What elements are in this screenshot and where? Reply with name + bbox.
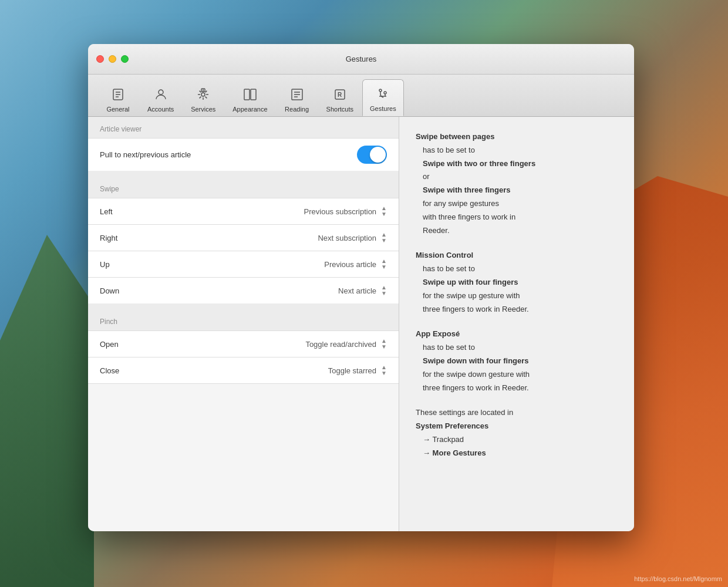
pinch-close-row: Close Toggle starred ▲ ▼	[88, 357, 399, 384]
tab-appearance[interactable]: Appearance	[225, 80, 275, 116]
svg-rect-8	[251, 89, 256, 100]
swipe-line-5: for any swipe gestures	[416, 198, 618, 210]
swipe-between-pages-title: Swipe between pages	[416, 131, 618, 143]
swipe-line-6: with three fingers to work in	[416, 211, 618, 224]
swipe-left-row: Left Previous subscription ▲ ▼	[88, 198, 399, 225]
content-area: Article viewer Pull to next/previous art…	[88, 117, 634, 531]
swipe-right-row: Right Next subscription ▲ ▼	[88, 224, 399, 251]
pull-toggle[interactable]	[357, 146, 387, 164]
right-panel: Swipe between pages has to be set to Swi…	[399, 117, 634, 531]
tab-gestures-label: Gestures	[370, 105, 396, 112]
svg-point-15	[379, 89, 382, 92]
open-arrows: ▲ ▼	[381, 338, 387, 350]
svg-point-16	[384, 92, 386, 94]
tab-reading[interactable]: Reading	[277, 80, 318, 116]
settings-line-4: → More Gestures	[416, 447, 618, 460]
close-action: Toggle starred	[328, 366, 376, 375]
mission-line-1: has to be set to	[416, 263, 618, 275]
tab-general-label: General	[106, 106, 129, 113]
left-arrows: ▲ ▼	[381, 205, 387, 217]
tab-accounts-label: Accounts	[147, 106, 174, 113]
tab-appearance-label: Appearance	[232, 106, 267, 113]
tab-accounts[interactable]: Accounts	[140, 80, 181, 116]
up-dropdown[interactable]: Previous article ▲ ▼	[324, 258, 387, 270]
swipe-gap	[88, 171, 399, 177]
appearance-icon	[241, 85, 259, 104]
accounts-icon	[151, 85, 170, 104]
left-panel: Article viewer Pull to next/previous art…	[88, 117, 399, 531]
close-dropdown[interactable]: Toggle starred ▲ ▼	[328, 365, 387, 376]
close-label: Close	[100, 366, 119, 375]
pinch-header: Pinch	[88, 309, 399, 330]
up-action: Previous article	[324, 260, 376, 269]
pinch-open-row: Open Toggle read/archived ▲ ▼	[88, 330, 399, 357]
right-action: Next subscription	[318, 234, 376, 242]
swipe-line-2: Swipe with two or three fingers	[416, 158, 618, 170]
svg-point-4	[159, 90, 163, 95]
left-dropdown[interactable]: Previous subscription ▲ ▼	[304, 205, 387, 217]
swipe-line-7: Reeder.	[416, 225, 618, 237]
services-icon	[194, 85, 213, 104]
general-icon	[109, 85, 127, 104]
down-action: Next article	[338, 286, 376, 295]
close-button[interactable]	[96, 55, 104, 63]
app-expose-section: App Exposé has to be set to Swipe down w…	[416, 328, 618, 394]
down-label: Down	[100, 286, 119, 295]
pull-label: Pull to next/previous article	[100, 150, 191, 159]
tab-shortcuts[interactable]: R Shortcuts	[319, 80, 361, 116]
left-action: Previous subscription	[304, 207, 377, 216]
tab-services-label: Services	[191, 106, 215, 113]
swipe-line-3: or	[416, 171, 618, 183]
swipe-line-1: has to be set to	[416, 144, 618, 157]
swipe-between-pages-section: Swipe between pages has to be set to Swi…	[416, 131, 618, 237]
right-label: Right	[100, 234, 117, 242]
settings-location-section: These settings are located in System Pre…	[416, 407, 618, 459]
settings-line-2: System Preferences	[416, 420, 618, 433]
mission-line-3: for the swipe up gesture with	[416, 290, 618, 302]
svg-point-5	[201, 93, 205, 96]
settings-line-1: These settings are located in	[416, 407, 618, 419]
tab-reading-label: Reading	[285, 106, 309, 113]
expose-line-4: three fingers to work in Reeder.	[416, 382, 618, 394]
toolbar: General Accounts Services	[88, 75, 634, 117]
open-label: Open	[100, 340, 119, 349]
maximize-button[interactable]	[121, 55, 129, 63]
expose-line-1: has to be set to	[416, 342, 618, 354]
mission-control-title: Mission Control	[416, 249, 618, 262]
minimize-button[interactable]	[109, 55, 116, 63]
shortcuts-icon: R	[331, 85, 349, 104]
preferences-window: Gestures General Accou	[88, 44, 634, 531]
swipe-line-4: Swipe with three fingers	[416, 184, 618, 197]
up-arrows: ▲ ▼	[381, 258, 387, 270]
open-action: Toggle read/archived	[305, 340, 376, 349]
reading-icon	[288, 85, 306, 104]
tab-gestures[interactable]: Gestures	[362, 79, 404, 116]
down-dropdown[interactable]: Next article ▲ ▼	[338, 285, 387, 296]
gestures-icon	[373, 85, 392, 103]
close-arrows: ▲ ▼	[381, 365, 387, 376]
mission-line-2: Swipe up with four fingers	[416, 276, 618, 289]
url-badge: https://blog.csdn.net/Mlgnomm	[634, 575, 722, 582]
window-title: Gestures	[346, 55, 377, 63]
mission-control-section: Mission Control has to be set to Swipe u…	[416, 249, 618, 315]
open-dropdown[interactable]: Toggle read/archived ▲ ▼	[305, 338, 387, 350]
expose-line-2: Swipe down with four fingers	[416, 355, 618, 367]
swipe-header: Swipe	[88, 177, 399, 198]
tab-general[interactable]: General	[97, 80, 139, 116]
swipe-down-row: Down Next article ▲ ▼	[88, 277, 399, 304]
traffic-lights	[96, 55, 129, 63]
svg-text:R: R	[338, 92, 342, 98]
tab-shortcuts-label: Shortcuts	[326, 106, 353, 113]
app-expose-title: App Exposé	[416, 328, 618, 340]
right-dropdown[interactable]: Next subscription ▲ ▼	[318, 232, 387, 244]
pinch-gap	[88, 303, 399, 309]
article-viewer-header: Article viewer	[88, 117, 399, 138]
tab-services[interactable]: Services	[183, 80, 224, 116]
expose-line-3: for the swipe down gesture with	[416, 369, 618, 381]
svg-rect-7	[244, 89, 250, 100]
down-arrows: ▲ ▼	[381, 285, 387, 296]
pull-to-next-row: Pull to next/previous article	[88, 138, 399, 171]
swipe-up-row: Up Previous article ▲ ▼	[88, 251, 399, 278]
right-arrows: ▲ ▼	[381, 232, 387, 244]
title-bar: Gestures	[88, 44, 634, 75]
